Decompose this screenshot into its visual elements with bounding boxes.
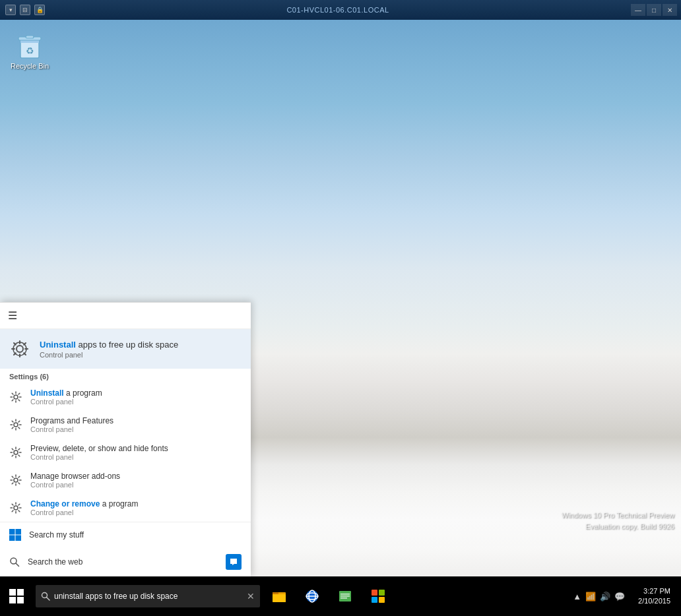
taskbar-right: ▲ 📶 🔊 💬 3:27 PM 2/10/2015 — [568, 576, 681, 616]
close-button[interactable]: ✕ — [663, 4, 677, 16]
svg-text:♻: ♻ — [26, 46, 34, 56]
menu-item-text-4: Manage browser add-ons Control panel — [30, 472, 120, 489]
menu-item-change-remove[interactable]: Change or remove a program Control panel — [0, 494, 251, 522]
top-result-suffix: apps to free up disk space — [76, 340, 178, 350]
system-clock[interactable]: 3:27 PM 2/10/2015 — [633, 586, 676, 607]
search-my-stuff-button[interactable]: Search my stuff — [0, 522, 251, 547]
menu-item-sub-2: Control panel — [30, 425, 113, 433]
settings-section-label: Settings (6) — [0, 369, 251, 383]
tray-message-icon[interactable]: 💬 — [614, 592, 625, 601]
menu-item-browser-addons[interactable]: Manage browser add-ons Control panel — [0, 466, 251, 494]
watermark: Windows 10 Pro Technical Preview Evaluat… — [562, 510, 674, 532]
title-bar: ▾ ⊟ 🔒 C01-HVCL01-06.C01.LOCAL — □ ✕ — [0, 0, 681, 20]
menu-item-text-2: Programs and Features Control panel — [30, 416, 113, 433]
svg-point-9 — [14, 450, 18, 454]
menu-item-title-3: Preview, delete, or show and hide fonts — [30, 444, 168, 453]
watermark-line1: Windows 10 Pro Technical Preview — [562, 510, 674, 521]
top-result-highlight: Uninstall — [40, 340, 76, 350]
feedback-button[interactable] — [226, 554, 242, 570]
taskbar-search-input[interactable] — [54, 592, 243, 601]
svg-point-5 — [16, 346, 23, 352]
store-icon — [370, 588, 386, 604]
minimize-button[interactable]: — — [631, 4, 645, 16]
menu-item-title-1: Uninstall a program — [30, 388, 102, 398]
taskbar-start-button[interactable] — [0, 576, 33, 616]
watermark-line2: Evaluation copy. Build 9926 — [562, 521, 674, 532]
svg-point-10 — [14, 478, 18, 482]
search-the-web-button[interactable]: Search the web — [0, 547, 251, 576]
svg-rect-3 — [26, 36, 34, 38]
menu-item-text-1: Uninstall a program Control panel — [30, 388, 102, 406]
svg-rect-32 — [340, 594, 350, 595]
top-result-text: Uninstall apps to free up disk space Con… — [40, 340, 178, 359]
title-text: C01-HVCL01-06.C01.LOCAL — [286, 6, 389, 14]
svg-rect-13 — [16, 529, 22, 535]
svg-point-7 — [14, 395, 18, 399]
hamburger-button[interactable]: ☰ — [8, 309, 17, 322]
top-result-gear-icon — [9, 338, 30, 359]
system-tray: ▲ 📶 🔊 💬 — [568, 592, 630, 601]
menu-item-programs-features[interactable]: Programs and Features Control panel — [0, 411, 251, 439]
menu-item-fonts[interactable]: Preview, delete, or show and hide fonts … — [0, 439, 251, 466]
svg-rect-38 — [379, 597, 385, 603]
recycle-bin-label: Recycle Bin — [11, 62, 49, 71]
file-manager-icon — [337, 588, 353, 604]
svg-rect-34 — [340, 598, 347, 599]
start-button-icon — [9, 589, 24, 603]
taskbar-search-icon — [41, 592, 50, 601]
svg-rect-20 — [9, 597, 16, 603]
menu-item-text-3: Preview, delete, or show and hide fonts … — [30, 444, 168, 461]
menu-header: ☰ — [0, 303, 251, 329]
svg-rect-18 — [9, 589, 16, 596]
taskbar-store[interactable] — [362, 576, 395, 616]
recycle-bin-svg: ♻ — [14, 29, 46, 61]
taskbar-search-box[interactable]: ✕ — [36, 585, 260, 607]
start-menu: ☰ Uninstall apps to free up disk space C… — [0, 302, 251, 576]
tray-network-icon[interactable]: 📶 — [585, 592, 596, 601]
clock-date: 2/10/2015 — [638, 596, 670, 606]
search-clear-button[interactable]: ✕ — [247, 591, 255, 601]
tray-volume-icon[interactable]: 🔊 — [600, 592, 610, 601]
taskbar-file-manager[interactable] — [329, 576, 362, 616]
title-pin-btn[interactable]: ▾ — [5, 5, 16, 15]
ie-icon — [304, 588, 320, 604]
svg-rect-36 — [379, 590, 385, 596]
menu-item-gear-icon-5 — [9, 501, 22, 514]
taskbar-file-explorer[interactable] — [263, 576, 296, 616]
maximize-button[interactable]: □ — [647, 4, 661, 16]
recycle-bin-icon[interactable]: ♻ Recycle Bin — [7, 26, 53, 73]
svg-rect-15 — [16, 536, 22, 541]
title-bar-left: ▾ ⊟ 🔒 — [0, 5, 45, 15]
svg-point-8 — [14, 423, 18, 427]
svg-rect-25 — [273, 592, 278, 594]
taskbar: ✕ — [0, 576, 681, 616]
menu-bottom-section: Search my stuff Search the web — [0, 522, 251, 576]
menu-item-sub-5: Control panel — [30, 508, 138, 516]
menu-item-sub-4: Control panel — [30, 481, 120, 489]
top-result-title: Uninstall apps to free up disk space — [40, 340, 178, 350]
svg-line-23 — [47, 598, 50, 601]
menu-item-highlight-5: Change or remove — [30, 499, 100, 508]
svg-rect-26 — [273, 594, 286, 602]
svg-line-17 — [16, 563, 19, 567]
menu-item-title-5: Change or remove a program — [30, 499, 138, 508]
desktop: ♻ Recycle Bin ☰ Uninstall apps to free u… — [0, 20, 681, 576]
menu-item-suffix-1: a program — [64, 388, 102, 398]
svg-rect-12 — [9, 529, 15, 535]
menu-item-sub-3: Control panel — [30, 453, 168, 461]
file-explorer-icon — [271, 588, 287, 604]
menu-item-uninstall-program[interactable]: Uninstall a program Control panel — [0, 383, 251, 411]
tray-chevron-icon[interactable]: ▲ — [573, 592, 581, 601]
top-result-item[interactable]: Uninstall apps to free up disk space Con… — [0, 329, 251, 369]
svg-rect-21 — [17, 597, 24, 603]
search-web-icon — [9, 557, 20, 567]
taskbar-app-icons — [263, 576, 395, 616]
menu-item-highlight-1: Uninstall — [30, 388, 64, 398]
title-pin2-btn[interactable]: ⊟ — [20, 5, 30, 15]
title-lock-btn[interactable]: 🔒 — [34, 5, 45, 15]
svg-rect-14 — [9, 536, 15, 541]
menu-item-gear-icon-1 — [9, 390, 22, 404]
menu-item-gear-icon-3 — [9, 446, 22, 459]
svg-rect-33 — [340, 596, 350, 597]
taskbar-internet-explorer[interactable] — [296, 576, 329, 616]
